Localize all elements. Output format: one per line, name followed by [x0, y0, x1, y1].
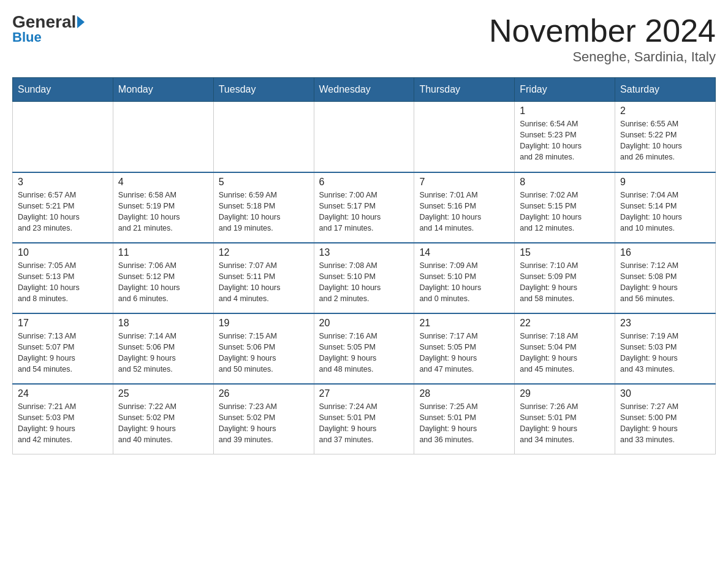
calendar-cell: 7Sunrise: 7:01 AMSunset: 5:16 PMDaylight…: [414, 172, 515, 243]
day-info: Sunrise: 7:23 AMSunset: 5:02 PMDaylight:…: [219, 401, 309, 446]
calendar-cell: 19Sunrise: 7:15 AMSunset: 5:06 PMDayligh…: [213, 313, 314, 384]
day-number: 26: [219, 388, 309, 399]
day-number: 9: [620, 177, 710, 188]
calendar-cell: 20Sunrise: 7:16 AMSunset: 5:05 PMDayligh…: [314, 313, 414, 384]
calendar-cell: 13Sunrise: 7:08 AMSunset: 5:10 PMDayligh…: [314, 243, 414, 313]
day-info: Sunrise: 7:00 AMSunset: 5:17 PMDaylight:…: [319, 190, 409, 234]
calendar-header-friday: Friday: [515, 78, 615, 102]
day-info: Sunrise: 7:06 AMSunset: 5:12 PMDaylight:…: [118, 260, 208, 305]
day-info: Sunrise: 7:10 AMSunset: 5:09 PMDaylight:…: [520, 260, 610, 305]
calendar-table: SundayMondayTuesdayWednesdayThursdayFrid…: [12, 77, 716, 454]
day-number: 3: [18, 177, 108, 188]
location: Seneghe, Sardinia, Italy: [489, 49, 716, 65]
week-row-5: 24Sunrise: 7:21 AMSunset: 5:03 PMDayligh…: [13, 384, 716, 454]
logo: General Blue: [12, 12, 85, 45]
calendar-cell: 10Sunrise: 7:05 AMSunset: 5:13 PMDayligh…: [13, 243, 113, 313]
calendar-cell: [13, 102, 113, 172]
day-info: Sunrise: 7:02 AMSunset: 5:15 PMDaylight:…: [520, 190, 610, 234]
day-info: Sunrise: 7:07 AMSunset: 5:11 PMDaylight:…: [219, 260, 309, 305]
day-info: Sunrise: 7:16 AMSunset: 5:05 PMDaylight:…: [319, 331, 409, 375]
calendar-cell: 28Sunrise: 7:25 AMSunset: 5:01 PMDayligh…: [414, 384, 515, 454]
calendar-cell: 14Sunrise: 7:09 AMSunset: 5:10 PMDayligh…: [414, 243, 515, 313]
calendar-cell: 18Sunrise: 7:14 AMSunset: 5:06 PMDayligh…: [113, 313, 213, 384]
calendar-cell: [414, 102, 515, 172]
calendar-cell: 25Sunrise: 7:22 AMSunset: 5:02 PMDayligh…: [113, 384, 213, 454]
calendar-cell: 9Sunrise: 7:04 AMSunset: 5:14 PMDaylight…: [615, 172, 716, 243]
calendar-cell: 23Sunrise: 7:19 AMSunset: 5:03 PMDayligh…: [615, 313, 716, 384]
day-info: Sunrise: 6:58 AMSunset: 5:19 PMDaylight:…: [118, 190, 208, 234]
calendar-cell: 29Sunrise: 7:26 AMSunset: 5:01 PMDayligh…: [515, 384, 615, 454]
calendar-cell: 1Sunrise: 6:54 AMSunset: 5:23 PMDaylight…: [515, 102, 615, 172]
calendar-header-thursday: Thursday: [414, 78, 515, 102]
day-info: Sunrise: 7:01 AMSunset: 5:16 PMDaylight:…: [419, 190, 509, 234]
calendar-cell: 12Sunrise: 7:07 AMSunset: 5:11 PMDayligh…: [213, 243, 314, 313]
day-number: 5: [219, 177, 309, 188]
day-info: Sunrise: 6:55 AMSunset: 5:22 PMDaylight:…: [620, 118, 710, 163]
day-number: 19: [219, 318, 309, 329]
logo-arrow-icon: [77, 16, 85, 28]
calendar-cell: [113, 102, 213, 172]
calendar-cell: 16Sunrise: 7:12 AMSunset: 5:08 PMDayligh…: [615, 243, 716, 313]
day-number: 4: [118, 177, 208, 188]
calendar-header-wednesday: Wednesday: [314, 78, 414, 102]
calendar-cell: 22Sunrise: 7:18 AMSunset: 5:04 PMDayligh…: [515, 313, 615, 384]
calendar-cell: 5Sunrise: 6:59 AMSunset: 5:18 PMDaylight…: [213, 172, 314, 243]
day-number: 24: [18, 388, 108, 399]
title-section: November 2024 Seneghe, Sardinia, Italy: [489, 12, 716, 65]
week-row-2: 3Sunrise: 6:57 AMSunset: 5:21 PMDaylight…: [13, 172, 716, 243]
day-info: Sunrise: 7:15 AMSunset: 5:06 PMDaylight:…: [219, 331, 309, 375]
calendar-header-monday: Monday: [113, 78, 213, 102]
day-info: Sunrise: 7:26 AMSunset: 5:01 PMDaylight:…: [520, 401, 610, 446]
day-info: Sunrise: 7:22 AMSunset: 5:02 PMDaylight:…: [118, 401, 208, 446]
day-info: Sunrise: 6:54 AMSunset: 5:23 PMDaylight:…: [520, 118, 610, 163]
day-number: 6: [319, 177, 409, 188]
day-number: 17: [18, 318, 108, 329]
calendar-cell: 11Sunrise: 7:06 AMSunset: 5:12 PMDayligh…: [113, 243, 213, 313]
calendar-header-sunday: Sunday: [13, 78, 113, 102]
day-info: Sunrise: 7:18 AMSunset: 5:04 PMDaylight:…: [520, 331, 610, 375]
day-info: Sunrise: 7:27 AMSunset: 5:00 PMDaylight:…: [620, 401, 710, 446]
calendar-cell: 30Sunrise: 7:27 AMSunset: 5:00 PMDayligh…: [615, 384, 716, 454]
day-number: 25: [118, 388, 208, 399]
calendar-cell: 15Sunrise: 7:10 AMSunset: 5:09 PMDayligh…: [515, 243, 615, 313]
page-header: General Blue November 2024 Seneghe, Sard…: [12, 12, 716, 65]
day-number: 21: [419, 318, 509, 329]
day-number: 23: [620, 318, 710, 329]
day-number: 13: [319, 247, 409, 258]
calendar-cell: 24Sunrise: 7:21 AMSunset: 5:03 PMDayligh…: [13, 384, 113, 454]
day-info: Sunrise: 7:25 AMSunset: 5:01 PMDaylight:…: [419, 401, 509, 446]
day-number: 27: [319, 388, 409, 399]
day-number: 2: [620, 105, 710, 117]
day-number: 15: [520, 247, 610, 258]
day-info: Sunrise: 7:12 AMSunset: 5:08 PMDaylight:…: [620, 260, 710, 305]
day-info: Sunrise: 7:13 AMSunset: 5:07 PMDaylight:…: [18, 331, 108, 375]
day-info: Sunrise: 7:08 AMSunset: 5:10 PMDaylight:…: [319, 260, 409, 305]
month-title: November 2024: [489, 12, 716, 49]
day-number: 11: [118, 247, 208, 258]
day-number: 28: [419, 388, 509, 399]
week-row-3: 10Sunrise: 7:05 AMSunset: 5:13 PMDayligh…: [13, 243, 716, 313]
day-number: 16: [620, 247, 710, 258]
week-row-4: 17Sunrise: 7:13 AMSunset: 5:07 PMDayligh…: [13, 313, 716, 384]
day-number: 30: [620, 388, 710, 399]
calendar-cell: 8Sunrise: 7:02 AMSunset: 5:15 PMDaylight…: [515, 172, 615, 243]
day-info: Sunrise: 7:21 AMSunset: 5:03 PMDaylight:…: [18, 401, 108, 446]
logo-blue-text: Blue: [12, 29, 42, 45]
day-number: 14: [419, 247, 509, 258]
day-info: Sunrise: 7:17 AMSunset: 5:05 PMDaylight:…: [419, 331, 509, 375]
calendar-cell: 2Sunrise: 6:55 AMSunset: 5:22 PMDaylight…: [615, 102, 716, 172]
day-info: Sunrise: 7:24 AMSunset: 5:01 PMDaylight:…: [319, 401, 409, 446]
day-number: 1: [520, 105, 610, 117]
calendar-cell: 26Sunrise: 7:23 AMSunset: 5:02 PMDayligh…: [213, 384, 314, 454]
week-row-1: 1Sunrise: 6:54 AMSunset: 5:23 PMDaylight…: [13, 102, 716, 172]
calendar-cell: 21Sunrise: 7:17 AMSunset: 5:05 PMDayligh…: [414, 313, 515, 384]
day-info: Sunrise: 7:05 AMSunset: 5:13 PMDaylight:…: [18, 260, 108, 305]
day-number: 12: [219, 247, 309, 258]
day-number: 18: [118, 318, 208, 329]
day-info: Sunrise: 7:09 AMSunset: 5:10 PMDaylight:…: [419, 260, 509, 305]
calendar-cell: [213, 102, 314, 172]
day-info: Sunrise: 7:14 AMSunset: 5:06 PMDaylight:…: [118, 331, 208, 375]
calendar-header-saturday: Saturday: [615, 78, 716, 102]
day-info: Sunrise: 7:04 AMSunset: 5:14 PMDaylight:…: [620, 190, 710, 234]
calendar-cell: 17Sunrise: 7:13 AMSunset: 5:07 PMDayligh…: [13, 313, 113, 384]
